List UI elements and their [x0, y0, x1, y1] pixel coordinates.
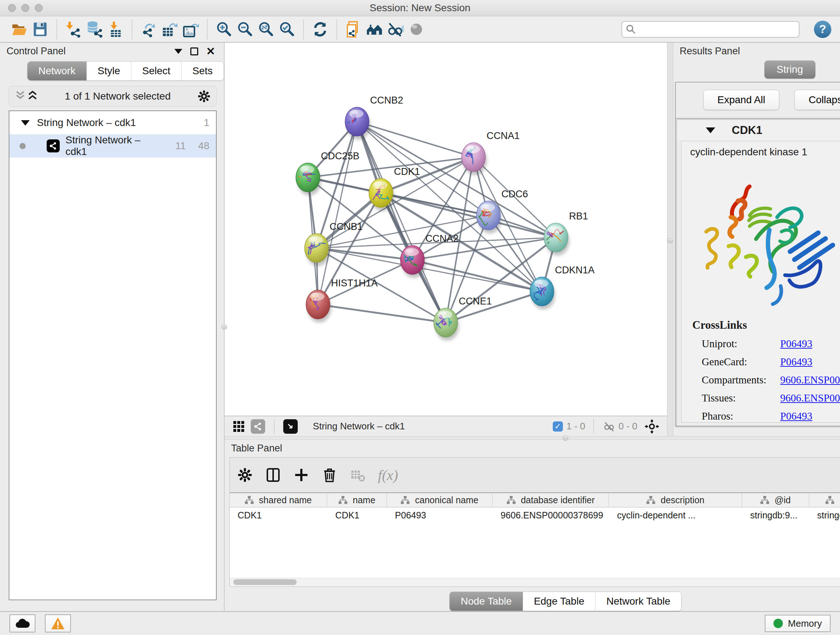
export-table-button[interactable] — [159, 19, 180, 40]
node-label: CDC25B — [321, 150, 360, 162]
search-input[interactable] — [622, 21, 799, 38]
warning-button[interactable] — [45, 614, 71, 632]
collapse-all-button[interactable]: Collapse All — [794, 90, 840, 110]
column-header-canonical-name[interactable]: canonical name — [387, 493, 493, 507]
crosslink-link[interactable]: 9606.ENSP00000378699 — [780, 392, 840, 404]
panel-close-icon[interactable]: ✕ — [206, 46, 215, 57]
import-network-database-button[interactable] — [84, 19, 105, 40]
tab-network-table[interactable]: Network Table — [595, 592, 681, 611]
crosslink-link[interactable]: 9606.ENSP00000378699 — [780, 374, 840, 386]
birdseye-view-icon[interactable] — [251, 419, 265, 434]
panel-float-icon[interactable] — [190, 48, 198, 55]
import-table-button[interactable] — [105, 19, 126, 40]
panel-menu-icon[interactable] — [174, 49, 182, 54]
scrollbar-thumb[interactable] — [233, 579, 297, 585]
network-edge[interactable] — [357, 122, 474, 157]
table-cell[interactable]: stringdb — [809, 508, 840, 523]
collapse-all-networks-icon[interactable] — [27, 90, 39, 103]
zoom-in-icon — [216, 21, 232, 38]
table-horizontal-scrollbar[interactable] — [230, 578, 840, 586]
column-header-name[interactable]: name — [327, 493, 387, 507]
network-edge[interactable] — [318, 304, 446, 323]
zoom-fit-button[interactable] — [256, 19, 276, 40]
column-header-label: name — [353, 495, 376, 505]
fit-crosshair-icon[interactable] — [645, 419, 659, 434]
tab-node-table[interactable]: Node Table — [450, 592, 523, 611]
column-header-shared-name[interactable]: shared name — [230, 493, 327, 507]
memory-button[interactable]: Memory — [765, 615, 831, 632]
gene-header[interactable]: CDK1 — [677, 120, 840, 141]
column-header-namespace[interactable]: namespace — [809, 493, 840, 507]
network-canvas[interactable]: CCNB2CCNA1CDC25BCDK1CDC6RB1CCNB1CCNA2CDK… — [225, 43, 667, 416]
column-header-database-identifier[interactable]: database identifier — [493, 493, 609, 507]
collection-expand-icon[interactable] — [21, 120, 30, 126]
network-options-gear-icon[interactable] — [197, 89, 211, 103]
gene-description: cyclin-dependent kinase 1 — [689, 146, 840, 158]
selected-checkbox-icon[interactable]: ✓ — [553, 421, 563, 432]
export-network-button[interactable] — [138, 19, 159, 40]
table-cell[interactable]: stringdb:9... — [742, 508, 809, 523]
crosslinks-heading: CrossLinks — [689, 318, 840, 332]
network-node-cdkn1a[interactable]: CDKN1A — [530, 264, 595, 310]
export-image-button[interactable] — [180, 19, 201, 40]
crosslink-link[interactable]: P06493 — [780, 410, 813, 422]
open-session-button[interactable] — [9, 19, 30, 40]
network-edge[interactable] — [318, 122, 357, 304]
expand-all-button[interactable]: Expand All — [703, 90, 779, 110]
column-header-description[interactable]: description — [609, 493, 742, 507]
crosslink-link[interactable]: P06493 — [780, 338, 813, 350]
network-node-ccne1[interactable]: CCNE1 — [434, 296, 492, 340]
column-header--id[interactable]: @id — [742, 493, 809, 507]
save-session-button[interactable] — [30, 19, 51, 40]
refresh-layout-button[interactable] — [309, 19, 331, 40]
gene-symbol: CDK1 — [732, 124, 762, 137]
table-cell[interactable]: CDK1 — [230, 508, 327, 523]
network-row-selected[interactable]: String Network – cdk1 11 48 — [9, 134, 216, 157]
delete-column-trash-icon[interactable] — [322, 467, 338, 483]
network-edge[interactable] — [357, 122, 556, 238]
show-eye-button[interactable] — [406, 19, 427, 40]
add-column-icon[interactable] — [294, 467, 309, 483]
zoom-in-button[interactable] — [213, 19, 234, 40]
tab-style[interactable]: Style — [87, 62, 131, 80]
string-home-button[interactable] — [364, 19, 385, 40]
hide-glasses-button[interactable] — [385, 19, 406, 40]
crosslink-link[interactable]: P06493 — [780, 356, 813, 368]
table-cell[interactable]: 9606.ENSP00000378699 — [493, 508, 609, 523]
tab-select[interactable]: Select — [131, 62, 182, 80]
splitter-handle[interactable] — [668, 238, 673, 244]
table-header-row: shared namenamecanonical namedatabase id… — [230, 492, 840, 508]
help-button[interactable]: ? — [814, 21, 831, 38]
zoom-out-button[interactable] — [234, 19, 256, 40]
table-cell[interactable]: P06493 — [387, 508, 493, 523]
network-edge[interactable] — [357, 122, 446, 323]
expand-all-networks-icon[interactable] — [14, 90, 27, 103]
tab-string[interactable]: String — [764, 60, 815, 79]
network-node-rb1[interactable]: RB1 — [544, 211, 588, 256]
table-cell[interactable]: cyclin-dependent ... — [609, 508, 742, 523]
table-cell[interactable]: CDK1 — [327, 508, 387, 523]
import-table-icon — [107, 21, 124, 38]
table-row[interactable]: CDK1CDK1P064939606.ENSP00000378699cyclin… — [230, 508, 840, 523]
horizontal-splitter[interactable] — [225, 436, 840, 440]
tab-sets[interactable]: Sets — [182, 62, 224, 80]
show-columns-icon[interactable] — [265, 467, 281, 483]
right-splitter[interactable] — [667, 43, 673, 436]
export-document-button[interactable] — [343, 19, 364, 40]
tab-edge-table[interactable]: Edge Table — [523, 592, 596, 611]
network-manager-grid-icon[interactable] — [233, 420, 245, 432]
cloud-button[interactable] — [9, 614, 35, 632]
network-node-ccna1[interactable]: CCNA1 — [462, 130, 520, 175]
import-network-file-button[interactable] — [63, 19, 84, 40]
crosslink-row: Compartments:9606.ENSP00000378699 — [689, 374, 840, 386]
detach-view-icon[interactable] — [283, 419, 298, 434]
network-graph[interactable]: CCNB2CCNA1CDC25BCDK1CDC6RB1CCNB1CCNA2CDK… — [225, 43, 667, 416]
table-options-gear-icon[interactable] — [237, 467, 253, 483]
network-collection-row[interactable]: String Network – cdk1 1 — [9, 111, 216, 134]
network-node-cdc25b[interactable]: CDC25B — [295, 150, 359, 195]
splitter-handle[interactable] — [563, 435, 568, 441]
tab-network[interactable]: Network — [27, 62, 87, 80]
network-edge[interactable] — [317, 248, 412, 260]
zoom-selected-button[interactable] — [276, 19, 297, 40]
gene-collapse-icon[interactable] — [706, 127, 715, 133]
